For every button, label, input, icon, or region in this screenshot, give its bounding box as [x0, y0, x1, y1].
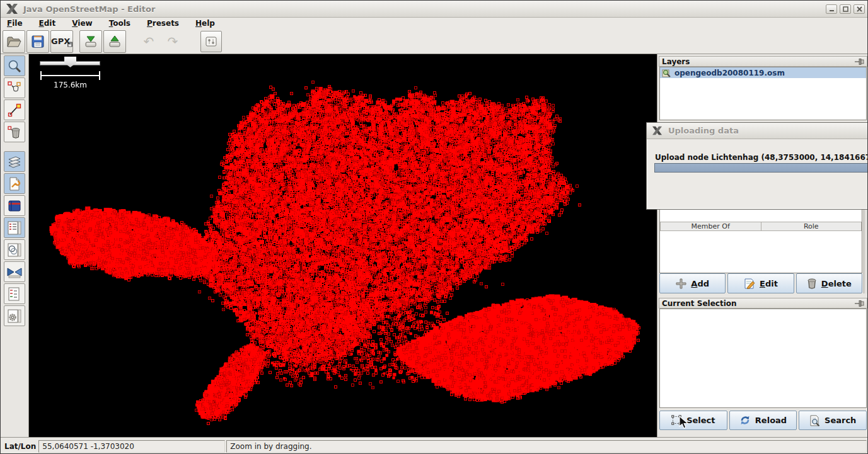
delete-button[interactable]: Delete — [796, 273, 862, 293]
filter-dialog-toggle[interactable] — [4, 305, 25, 326]
toolbar: GPX ↶ ↷ — [1, 29, 868, 54]
latlon-value: 55,0640571 -1,3703020 — [38, 440, 225, 453]
command-list-icon — [7, 287, 22, 302]
layer-row[interactable]: opengeodb20080119.osm — [660, 67, 866, 78]
opposing-arrows-icon — [6, 264, 23, 280]
layers-panel-title: Layers — [662, 57, 690, 66]
column-member-of[interactable]: Member Of — [660, 222, 761, 231]
conflict-dialog-toggle[interactable] — [4, 195, 25, 216]
trash-icon — [807, 278, 817, 289]
maximize-button[interactable] — [840, 4, 851, 14]
menu-edit[interactable]: Edit — [39, 19, 56, 28]
upload-data-button[interactable] — [103, 30, 126, 53]
download-data-button[interactable] — [79, 30, 102, 53]
add-button[interactable]: Add — [659, 273, 726, 293]
move-mode-button[interactable] — [4, 77, 25, 98]
menu-view[interactable]: View — [72, 19, 92, 28]
pin-icon[interactable] — [855, 58, 865, 65]
tool-palette — [1, 54, 29, 437]
membership-buttons: Add Edit Delete — [659, 273, 862, 293]
selection-list-dialog-toggle[interactable] — [4, 217, 25, 238]
selection-list[interactable] — [659, 309, 867, 408]
map-view[interactable]: 175.6km — [29, 54, 657, 437]
pin-icon[interactable] — [855, 300, 865, 307]
save-button[interactable] — [26, 30, 49, 53]
column-role[interactable]: Role — [761, 222, 862, 231]
preferences-icon — [205, 37, 217, 47]
undo-button[interactable]: ↶ — [137, 30, 160, 53]
overlapping-circles-icon — [7, 242, 22, 258]
upload-icon — [107, 35, 122, 48]
command-stack-dialog-toggle[interactable] — [4, 283, 25, 304]
redo-button[interactable]: ↷ — [161, 30, 184, 53]
edit-button[interactable]: Edit — [727, 273, 794, 293]
minimize-button[interactable] — [826, 4, 837, 14]
layers-list[interactable]: opengeodb20080119.osm — [659, 67, 867, 120]
menubar: File Edit View Tools Presets Help — [1, 18, 868, 29]
draw-node-button[interactable] — [4, 99, 25, 120]
upload-progress-fill — [655, 164, 868, 172]
layer-name: opengeodb20080119.osm — [674, 69, 785, 77]
preferences-button[interactable] — [200, 31, 222, 52]
reload-button[interactable]: Reload — [729, 411, 797, 430]
close-icon — [857, 6, 862, 12]
merge-conflict-button[interactable] — [4, 261, 25, 282]
delete-button-label: Delete — [821, 279, 852, 288]
menu-tools[interactable]: Tools — [109, 19, 130, 28]
trash-node-icon — [7, 125, 22, 140]
selection-list-icon — [7, 220, 22, 236]
layers-panel-header: Layers — [659, 56, 867, 67]
status-bar: Lat/Lon 55,0640571 -1,3703020 Zoom in by… — [1, 437, 868, 454]
mouse-cursor — [679, 416, 689, 429]
menu-help[interactable]: Help — [195, 19, 215, 28]
move-nodes-icon — [7, 81, 22, 96]
reload-button-label: Reload — [755, 416, 787, 425]
upload-dialog-titlebar[interactable]: Uploading data — [647, 123, 868, 139]
export-gpx-button[interactable]: GPX — [50, 30, 73, 53]
download-icon — [83, 35, 98, 48]
membership-table-header: Member Of Role — [660, 222, 862, 231]
dock-panel: Layers opengeodb20080119.osm Member Of R… — [657, 54, 868, 437]
upload-status-message: Upload node Lichtenhag (48,3753000, 14,1… — [655, 153, 868, 162]
menu-file[interactable]: File — [7, 19, 23, 28]
statusbar-hint: Zoom in by dragging. — [226, 440, 867, 453]
upload-progress-bar — [654, 163, 868, 173]
josm-window: Java OpenStreetMap - Editor File Edit Vi… — [0, 0, 868, 454]
layers-icon — [7, 154, 22, 169]
draw-line-icon — [7, 103, 22, 118]
select-button[interactable]: Select — [659, 411, 727, 430]
edit-button-label: Edit — [760, 279, 778, 288]
menu-presets[interactable]: Presets — [147, 19, 179, 28]
map-canvas[interactable] — [29, 54, 657, 437]
save-floppy-icon — [31, 35, 45, 48]
undo-icon: ↶ — [144, 34, 154, 49]
open-file-button[interactable] — [3, 30, 25, 53]
delete-mode-button[interactable] — [4, 122, 25, 142]
gear-page-icon — [7, 309, 22, 324]
scale-label: 175.6km — [40, 81, 100, 89]
window-title: Java OpenStreetMap - Editor — [23, 4, 155, 14]
search-icon — [809, 415, 820, 426]
redo-icon: ↷ — [168, 34, 178, 49]
selection-panel-header: Current Selection — [659, 298, 867, 309]
upload-dialog-title: Uploading data — [668, 126, 739, 135]
upload-dialog: Uploading data Upload node Lichtenhag (4… — [646, 122, 868, 210]
latlon-label: Lat/Lon — [4, 442, 36, 451]
plus-icon — [676, 278, 686, 289]
close-button[interactable] — [854, 4, 865, 14]
zoom-mode-button[interactable] — [4, 55, 25, 76]
osm-layer-icon — [662, 69, 671, 77]
reload-icon — [739, 415, 751, 426]
relations-dialog-toggle[interactable] — [4, 239, 25, 260]
properties-icon — [7, 176, 22, 191]
select-button-label: Select — [686, 416, 715, 425]
layers-dialog-toggle[interactable] — [4, 151, 25, 172]
add-button-label: Add — [691, 279, 709, 288]
properties-dialog-toggle[interactable] — [4, 173, 25, 194]
magnifier-icon — [7, 59, 22, 74]
open-folder-icon — [6, 35, 21, 48]
search-button-label: Search — [825, 416, 856, 425]
search-button[interactable]: Search — [799, 411, 867, 430]
titlebar[interactable]: Java OpenStreetMap - Editor — [1, 1, 868, 18]
selection-panel-title: Current Selection — [662, 299, 737, 308]
